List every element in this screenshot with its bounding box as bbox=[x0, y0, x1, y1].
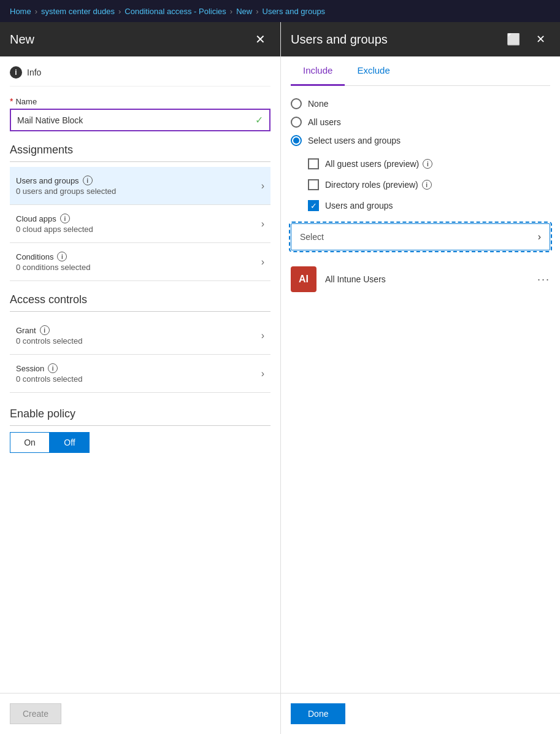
right-panel-body: Include Exclude None All users Select us… bbox=[281, 56, 560, 693]
checkbox-group: All guest users (preview) i Directory ro… bbox=[308, 158, 550, 211]
info-label: Info bbox=[27, 68, 41, 77]
radio-none-circle bbox=[291, 98, 302, 109]
conditions-subtitle: 0 conditions selected bbox=[16, 263, 90, 272]
input-check-icon: ✓ bbox=[255, 114, 263, 126]
access-controls-title: Access controls bbox=[10, 293, 270, 312]
directory-roles-info-icon[interactable]: i bbox=[422, 180, 432, 190]
enable-policy-title: Enable policy bbox=[10, 408, 270, 426]
select-placeholder: Select bbox=[300, 232, 324, 242]
toggle-group: On Off bbox=[10, 432, 90, 453]
right-panel-header: Users and groups ⬜ ✕ bbox=[281, 22, 560, 56]
nav-item-conditions[interactable]: Conditions i 0 conditions selected › bbox=[10, 243, 270, 281]
checkbox-all-guest-label: All guest users (preview) i bbox=[325, 159, 432, 169]
access-controls-nav: Grant i 0 controls selected › Session i … bbox=[10, 317, 270, 393]
done-button[interactable]: Done bbox=[291, 703, 345, 724]
session-subtitle: 0 controls selected bbox=[16, 374, 82, 384]
radio-none[interactable]: None bbox=[291, 98, 550, 109]
result-avatar: AI bbox=[291, 266, 316, 292]
assignments-title: Assignments bbox=[10, 144, 270, 162]
nav-item-session[interactable]: Session i 0 controls selected › bbox=[10, 355, 270, 393]
select-chevron-icon: › bbox=[538, 231, 541, 242]
users-groups-info-icon[interactable]: i bbox=[83, 176, 93, 185]
conditions-info-icon[interactable]: i bbox=[57, 252, 67, 261]
radio-all-users-circle bbox=[291, 117, 302, 128]
result-name: All Intune Users bbox=[325, 274, 529, 284]
name-input[interactable]: Mail Native Block ✓ bbox=[10, 109, 270, 131]
all-guest-info-icon[interactable]: i bbox=[423, 159, 432, 169]
users-groups-subtitle: 0 users and groups selected bbox=[16, 187, 116, 196]
breadcrumb-system-center[interactable]: system center dudes bbox=[41, 7, 115, 16]
left-panel: New ✕ i Info * Name Mail Native Block ✓ … bbox=[0, 22, 281, 734]
nav-item-cloud-apps[interactable]: Cloud apps i 0 cloud apps selected › bbox=[10, 205, 270, 243]
checkbox-users-groups-label: Users and groups bbox=[325, 201, 393, 211]
info-icon: i bbox=[10, 66, 22, 79]
tab-exclude[interactable]: Exclude bbox=[345, 56, 402, 86]
checkbox-all-guest[interactable]: All guest users (preview) i bbox=[308, 158, 550, 169]
tab-include[interactable]: Include bbox=[291, 56, 345, 86]
breadcrumb-home[interactable]: Home bbox=[10, 7, 31, 16]
breadcrumb-conditional-access[interactable]: Conditional access - Policies bbox=[125, 7, 226, 16]
radio-select-users[interactable]: Select users and groups bbox=[291, 135, 550, 146]
maximize-button[interactable]: ⬜ bbox=[502, 30, 525, 48]
checkbox-users-groups[interactable]: Users and groups bbox=[308, 200, 550, 211]
toggle-off-button[interactable]: Off bbox=[50, 432, 90, 453]
info-section: i Info bbox=[10, 66, 270, 87]
right-panel-footer: Done bbox=[281, 693, 560, 734]
left-panel-title: New bbox=[10, 33, 34, 47]
cloud-apps-info-icon[interactable]: i bbox=[60, 214, 70, 223]
checkbox-users-groups-box bbox=[308, 200, 319, 211]
grant-subtitle: 0 controls selected bbox=[16, 336, 82, 346]
users-groups-chevron-icon: › bbox=[261, 180, 264, 191]
conditions-chevron-icon: › bbox=[261, 257, 264, 268]
checkbox-directory-roles[interactable]: Directory roles (preview) i bbox=[308, 179, 550, 190]
grant-info-icon[interactable]: i bbox=[40, 325, 50, 335]
enable-policy-section: Enable policy On Off bbox=[10, 408, 270, 453]
left-panel-header: New ✕ bbox=[0, 22, 280, 56]
left-panel-close-button[interactable]: ✕ bbox=[250, 29, 270, 49]
checkbox-all-guest-box bbox=[308, 158, 319, 169]
session-chevron-icon: › bbox=[261, 368, 264, 379]
assignments-nav: Users and groups i 0 users and groups se… bbox=[10, 167, 270, 281]
radio-select-users-label: Select users and groups bbox=[308, 136, 401, 145]
right-panel-title: Users and groups bbox=[291, 33, 388, 47]
grant-chevron-icon: › bbox=[261, 330, 264, 341]
breadcrumb-new: New bbox=[236, 7, 252, 16]
cloud-apps-subtitle: 0 cloud apps selected bbox=[16, 225, 93, 234]
cloud-apps-chevron-icon: › bbox=[261, 218, 264, 230]
nav-item-users-groups[interactable]: Users and groups i 0 users and groups se… bbox=[10, 167, 270, 205]
session-info-icon[interactable]: i bbox=[48, 363, 58, 373]
radio-all-users[interactable]: All users bbox=[291, 117, 550, 128]
checkbox-directory-roles-label: Directory roles (preview) i bbox=[325, 180, 432, 190]
radio-all-users-label: All users bbox=[308, 117, 341, 127]
tabs: Include Exclude bbox=[291, 56, 550, 86]
radio-select-users-circle bbox=[291, 135, 302, 146]
name-form-group: * Name Mail Native Block ✓ bbox=[10, 96, 270, 131]
left-panel-footer: Create bbox=[0, 693, 280, 734]
select-box[interactable]: Select › bbox=[291, 223, 550, 250]
breadcrumb: Home › system center dudes › Conditional… bbox=[0, 0, 560, 22]
name-label: * Name bbox=[10, 96, 270, 106]
radio-none-label: None bbox=[308, 99, 328, 109]
toggle-on-button[interactable]: On bbox=[10, 432, 50, 453]
required-star: * bbox=[10, 96, 13, 106]
result-item: AI All Intune Users ··· bbox=[291, 260, 550, 298]
result-more-options-button[interactable]: ··· bbox=[537, 273, 550, 286]
create-button[interactable]: Create bbox=[10, 703, 61, 724]
checkbox-directory-roles-box bbox=[308, 179, 319, 190]
breadcrumb-users-and-groups: Users and groups bbox=[263, 7, 326, 16]
radio-group: None All users Select users and groups bbox=[291, 98, 550, 146]
right-panel-close-button[interactable]: ✕ bbox=[531, 30, 550, 48]
nav-item-grant[interactable]: Grant i 0 controls selected › bbox=[10, 317, 270, 355]
right-panel: Users and groups ⬜ ✕ Include Exclude Non… bbox=[281, 22, 560, 734]
